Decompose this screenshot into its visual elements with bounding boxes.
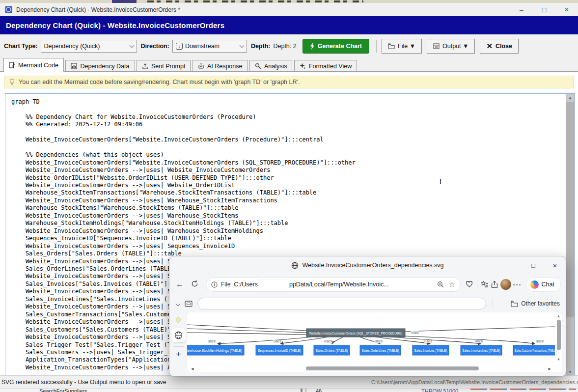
minimize-button[interactable]: – [510,3,533,16]
folder-icon [511,301,518,307]
app-titlebar: Dependency Chart (Quick) - Website.Invoi… [0,3,578,16]
table-node-label: Sales.InvoiceLines (TABLE) [463,348,500,353]
background-text: THROW 51000, [421,388,460,392]
edit-document-icon [9,62,15,68]
scrollbar-thumb[interactable] [566,102,574,317]
chevron-down-icon[interactable] [176,301,181,306]
edge-label: uses [274,339,281,343]
dependency-graph: uses uses uses uses uses uses uses uses … [187,312,555,364]
tab-mermaid-code[interactable]: Mermaid Code [3,58,64,72]
edge-label: uses [475,339,483,343]
active-page-button[interactable] [171,328,186,342]
other-favorites-label: Other favorites [521,300,560,307]
back-button[interactable]: ← [173,280,186,289]
add-tab-icon[interactable]: + [175,351,181,358]
tab-ai-response[interactable]: AI Response [193,60,248,72]
favorites-search-input[interactable] [197,298,486,309]
globe-icon [291,262,299,269]
edge-label: uses [375,339,383,343]
output-menu-button[interactable]: Output ▼ [427,39,475,54]
chart-type-label: Chart Type: [4,43,38,50]
chevron-down-icon [239,43,244,48]
table-node-label: Sales.Orders (TABLE) [316,348,348,353]
address-bar[interactable]: File C:/UsersppData/Local/Temp/Website.I… [206,277,461,292]
output-menu-label: Output ▼ [442,43,468,50]
content-scroll-up-arrow[interactable]: ▲ [557,314,560,318]
sparkle-icon [300,63,306,69]
background-clipped-text [147,0,363,2]
maximize-button[interactable]: □ [533,3,555,16]
zoom-icon[interactable] [437,281,444,288]
banner-text: You can edit the Mermaid code before sav… [19,79,300,85]
favorite-card-icon[interactable] [185,301,193,307]
status-bar: SVG rendered successfully - Use Output m… [0,375,578,388]
browser-essentials-icon[interactable] [466,280,473,288]
content-scroll-left-arrow[interactable]: ◀ [191,367,193,371]
favorites-list-icon[interactable] [481,280,489,288]
close-window-button[interactable]: × [555,3,578,16]
maximize-button[interactable]: □ [523,256,544,274]
edge-label: uses [536,339,544,343]
file-menu-label: File ▼ [398,43,415,50]
direction-value: Downstream [185,43,220,50]
background-divider [305,388,306,392]
tab-label: Analysis [264,63,287,70]
close-chart-button[interactable]: ✕ Close [480,39,519,54]
share-icon[interactable] [491,280,498,288]
tab-sent-prompt[interactable]: Sent Prompt [137,60,191,72]
direction-select[interactable]: ↓ Downstream [172,40,247,53]
folder-icon [388,43,395,49]
more-menu-icon[interactable]: ··· [513,280,522,289]
tab-label: Dependency Data [80,63,129,70]
edge-label: uses [424,339,432,343]
lightning-icon [310,43,315,50]
info-banner: You can edit the Mermaid code before sav… [4,76,574,88]
info-icon [211,281,218,288]
globe-icon [174,331,183,339]
close-icon: ✕ [486,42,493,51]
bar-chart-icon [71,63,77,69]
close-button[interactable]: × [544,256,566,274]
depth-value: Depth: 2 [273,43,296,50]
tab-dependency-data[interactable]: Dependency Data [65,60,135,72]
downstream-icon: ↓ [176,43,183,50]
direction-label: Direction: [141,43,169,50]
editor-vertical-scrollbar[interactable]: ▲ ▼ [566,94,575,376]
copilot-icon [530,280,539,289]
content-scroll-right-arrow[interactable]: ▶ [549,367,551,371]
window-title: Dependency Chart (Quick) - Website.Invoi… [16,6,180,13]
chart-type-select[interactable]: Dependency (Quick) [41,40,137,53]
browser-titlebar: Website.InvoiceCustomerOrders_dependenci… [169,256,566,274]
copilot-chat-button[interactable]: Chat [526,277,561,292]
minimize-button[interactable]: – [501,256,523,274]
table-node-label: Sales.Invoices (TABLE) [414,348,447,353]
copilot-suggestion-icon[interactable] [174,316,182,324]
page-title: Dependency Chart (Quick) - Website.Invoi… [6,21,224,29]
status-message: SVG rendered successfully - Use Output m… [1,379,166,386]
profile-avatar[interactable] [500,279,511,290]
browser-toolbar: ← File C:/UsersppData/Local/Temp/Website… [169,274,566,295]
robot-icon [198,63,204,69]
sidebar-divider [173,346,184,347]
tab-label: Mermaid Code [18,62,58,69]
other-favorites-button[interactable]: Other favorites [511,300,560,307]
text-cursor: I [439,177,442,186]
file-menu-button[interactable]: File ▼ [382,39,422,54]
favorite-star-icon[interactable]: ☆ [449,280,455,288]
refresh-button[interactable] [188,280,201,289]
table-node-label: Sales.OrderLines (TABLE) [362,348,399,353]
favorites-bar: Other favorites [169,295,566,312]
content-hscroll-thumb[interactable] [306,366,479,370]
browser-title: Website.InvoiceCustomerOrders_dependenci… [302,262,443,269]
tab-label: Formatted View [309,63,352,70]
scroll-up-arrow[interactable]: ▲ [566,94,575,102]
generate-chart-button[interactable]: Generate Chart [303,39,369,54]
table-node-label: Warehouse.StockItemHoldings (TABLE) [187,348,242,353]
tab-analysis[interactable]: Analysis [249,60,293,72]
tab-formatted-view[interactable]: Formatted View [294,60,357,72]
url-text: C:/UsersppData/Local/Temp/Website.Invoic… [234,280,434,289]
content-vscroll-thumb[interactable] [557,320,561,350]
content-scroll-down-arrow[interactable]: ▼ [557,358,560,361]
tab-label: AI Response [207,63,243,70]
content-hscrollbar[interactable]: ◀ ▶ [187,365,562,372]
